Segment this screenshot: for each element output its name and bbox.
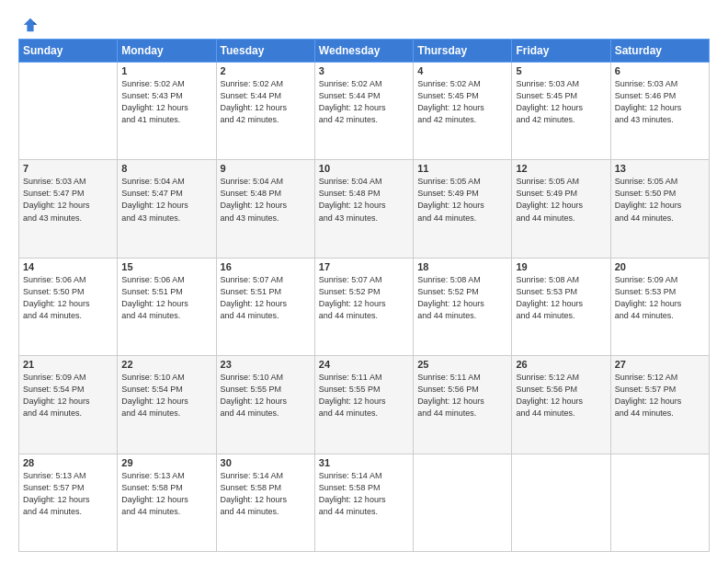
calendar-day-header: Thursday [414, 40, 512, 63]
day-number: 7 [23, 163, 113, 174]
calendar-cell: 17Sunrise: 5:07 AM Sunset: 5:52 PM Dayli… [314, 258, 413, 355]
day-info: Sunrise: 5:02 AM Sunset: 5:44 PM Dayligh… [221, 78, 311, 126]
day-info: Sunrise: 5:06 AM Sunset: 5:50 PM Dayligh… [23, 274, 113, 322]
day-info: Sunrise: 5:04 AM Sunset: 5:48 PM Dayligh… [221, 176, 311, 224]
calendar-header-row: SundayMondayTuesdayWednesdayThursdayFrid… [19, 40, 710, 63]
day-info: Sunrise: 5:12 AM Sunset: 5:56 PM Dayligh… [516, 372, 606, 419]
calendar-cell: 1Sunrise: 5:02 AM Sunset: 5:43 PM Daylig… [118, 63, 216, 160]
calendar-week-row: 28Sunrise: 5:13 AM Sunset: 5:57 PM Dayli… [19, 454, 710, 551]
calendar-cell: 7Sunrise: 5:03 AM Sunset: 5:47 PM Daylig… [19, 160, 118, 258]
day-info: Sunrise: 5:12 AM Sunset: 5:57 PM Dayligh… [615, 372, 705, 419]
day-info: Sunrise: 5:05 AM Sunset: 5:49 PM Dayligh… [516, 176, 606, 224]
day-info: Sunrise: 5:02 AM Sunset: 5:44 PM Dayligh… [319, 78, 409, 126]
calendar-day-header: Tuesday [216, 40, 314, 63]
day-info: Sunrise: 5:05 AM Sunset: 5:50 PM Dayligh… [615, 176, 705, 224]
calendar-day-header: Monday [118, 40, 216, 63]
day-info: Sunrise: 5:02 AM Sunset: 5:43 PM Dayligh… [121, 78, 211, 126]
calendar-day-header: Sunday [19, 40, 118, 63]
day-number: 24 [319, 359, 409, 370]
day-number: 28 [23, 457, 113, 468]
calendar-cell: 28Sunrise: 5:13 AM Sunset: 5:57 PM Dayli… [19, 454, 118, 551]
calendar-cell: 12Sunrise: 5:05 AM Sunset: 5:49 PM Dayli… [512, 160, 610, 258]
day-info: Sunrise: 5:07 AM Sunset: 5:52 PM Dayligh… [319, 274, 409, 322]
calendar-cell: 19Sunrise: 5:08 AM Sunset: 5:53 PM Dayli… [512, 258, 610, 355]
day-number: 19 [516, 261, 606, 272]
calendar-cell: 6Sunrise: 5:03 AM Sunset: 5:46 PM Daylig… [610, 63, 709, 160]
day-number: 1 [121, 65, 211, 76]
day-info: Sunrise: 5:03 AM Sunset: 5:47 PM Dayligh… [23, 176, 113, 224]
day-number: 20 [615, 261, 705, 272]
calendar-week-row: 14Sunrise: 5:06 AM Sunset: 5:50 PM Dayli… [19, 258, 710, 355]
calendar-cell: 27Sunrise: 5:12 AM Sunset: 5:57 PM Dayli… [610, 356, 709, 454]
day-number: 9 [221, 163, 311, 174]
day-number: 8 [121, 163, 211, 174]
day-number: 26 [516, 359, 606, 370]
day-number: 21 [23, 359, 113, 370]
calendar-cell: 23Sunrise: 5:10 AM Sunset: 5:55 PM Dayli… [216, 356, 314, 454]
calendar-cell: 8Sunrise: 5:04 AM Sunset: 5:47 PM Daylig… [118, 160, 216, 258]
day-number: 23 [221, 359, 311, 370]
calendar-cell: 3Sunrise: 5:02 AM Sunset: 5:44 PM Daylig… [314, 63, 413, 160]
day-info: Sunrise: 5:03 AM Sunset: 5:45 PM Dayligh… [516, 78, 606, 126]
day-number: 4 [417, 65, 507, 76]
calendar-cell: 22Sunrise: 5:10 AM Sunset: 5:54 PM Dayli… [118, 356, 216, 454]
day-info: Sunrise: 5:14 AM Sunset: 5:58 PM Dayligh… [319, 470, 409, 518]
calendar-week-row: 1Sunrise: 5:02 AM Sunset: 5:43 PM Daylig… [19, 63, 710, 160]
day-number: 12 [516, 163, 606, 174]
day-number: 27 [615, 359, 705, 370]
calendar-cell [414, 454, 512, 551]
calendar-cell: 30Sunrise: 5:14 AM Sunset: 5:58 PM Dayli… [216, 454, 314, 551]
day-info: Sunrise: 5:10 AM Sunset: 5:55 PM Dayligh… [221, 372, 311, 419]
day-info: Sunrise: 5:13 AM Sunset: 5:57 PM Dayligh… [23, 470, 113, 518]
calendar-cell: 18Sunrise: 5:08 AM Sunset: 5:52 PM Dayli… [414, 258, 512, 355]
calendar-cell: 13Sunrise: 5:05 AM Sunset: 5:50 PM Dayli… [610, 160, 709, 258]
day-number: 25 [417, 359, 507, 370]
calendar-table: SundayMondayTuesdayWednesdayThursdayFrid… [18, 39, 710, 552]
calendar-cell: 24Sunrise: 5:11 AM Sunset: 5:55 PM Dayli… [314, 356, 413, 454]
day-number: 10 [319, 163, 409, 174]
calendar-cell: 15Sunrise: 5:06 AM Sunset: 5:51 PM Dayli… [118, 258, 216, 355]
calendar-cell [610, 454, 709, 551]
calendar-cell: 10Sunrise: 5:04 AM Sunset: 5:48 PM Dayli… [314, 160, 413, 258]
day-number: 22 [121, 359, 211, 370]
calendar-cell: 29Sunrise: 5:13 AM Sunset: 5:58 PM Dayli… [118, 454, 216, 551]
day-info: Sunrise: 5:08 AM Sunset: 5:53 PM Dayligh… [516, 274, 606, 322]
day-info: Sunrise: 5:07 AM Sunset: 5:51 PM Dayligh… [221, 274, 311, 322]
day-info: Sunrise: 5:10 AM Sunset: 5:54 PM Dayligh… [121, 372, 211, 419]
day-number: 13 [615, 163, 705, 174]
day-info: Sunrise: 5:02 AM Sunset: 5:45 PM Dayligh… [417, 78, 507, 126]
calendar-cell: 14Sunrise: 5:06 AM Sunset: 5:50 PM Dayli… [19, 258, 118, 355]
header [18, 17, 710, 29]
calendar-cell: 16Sunrise: 5:07 AM Sunset: 5:51 PM Dayli… [216, 258, 314, 355]
day-info: Sunrise: 5:13 AM Sunset: 5:58 PM Dayligh… [121, 470, 211, 518]
day-info: Sunrise: 5:04 AM Sunset: 5:48 PM Dayligh… [319, 176, 409, 224]
calendar-cell: 11Sunrise: 5:05 AM Sunset: 5:49 PM Dayli… [414, 160, 512, 258]
day-info: Sunrise: 5:09 AM Sunset: 5:54 PM Dayligh… [23, 372, 113, 419]
day-number: 2 [221, 65, 311, 76]
logo [18, 17, 39, 29]
day-number: 6 [615, 65, 705, 76]
calendar-cell: 5Sunrise: 5:03 AM Sunset: 5:45 PM Daylig… [512, 63, 610, 160]
day-number: 15 [121, 261, 211, 272]
calendar-cell: 2Sunrise: 5:02 AM Sunset: 5:44 PM Daylig… [216, 63, 314, 160]
day-info: Sunrise: 5:03 AM Sunset: 5:46 PM Dayligh… [615, 78, 705, 126]
calendar-cell: 20Sunrise: 5:09 AM Sunset: 5:53 PM Dayli… [610, 258, 709, 355]
calendar-cell [19, 63, 118, 160]
calendar-week-row: 21Sunrise: 5:09 AM Sunset: 5:54 PM Dayli… [19, 356, 710, 454]
day-info: Sunrise: 5:14 AM Sunset: 5:58 PM Dayligh… [221, 470, 311, 518]
calendar-day-header: Wednesday [314, 40, 413, 63]
calendar-cell [512, 454, 610, 551]
logo-icon [22, 17, 39, 33]
day-number: 3 [319, 65, 409, 76]
calendar-cell: 21Sunrise: 5:09 AM Sunset: 5:54 PM Dayli… [19, 356, 118, 454]
calendar-cell: 31Sunrise: 5:14 AM Sunset: 5:58 PM Dayli… [314, 454, 413, 551]
calendar-day-header: Saturday [610, 40, 709, 63]
day-number: 18 [417, 261, 507, 272]
calendar-cell: 25Sunrise: 5:11 AM Sunset: 5:56 PM Dayli… [414, 356, 512, 454]
day-number: 30 [221, 457, 311, 468]
day-info: Sunrise: 5:08 AM Sunset: 5:52 PM Dayligh… [417, 274, 507, 322]
page: SundayMondayTuesdayWednesdayThursdayFrid… [0, 0, 728, 563]
calendar-cell: 26Sunrise: 5:12 AM Sunset: 5:56 PM Dayli… [512, 356, 610, 454]
day-info: Sunrise: 5:09 AM Sunset: 5:53 PM Dayligh… [615, 274, 705, 322]
calendar-week-row: 7Sunrise: 5:03 AM Sunset: 5:47 PM Daylig… [19, 160, 710, 258]
